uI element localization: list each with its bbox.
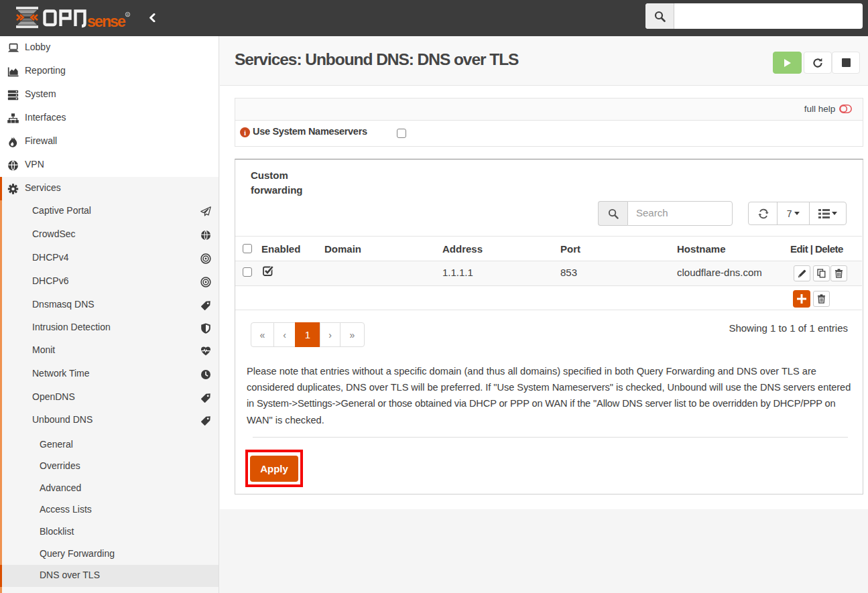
- svg-text:i: i: [244, 129, 246, 137]
- svg-text:sense: sense: [87, 13, 125, 30]
- svg-text:R: R: [127, 13, 129, 17]
